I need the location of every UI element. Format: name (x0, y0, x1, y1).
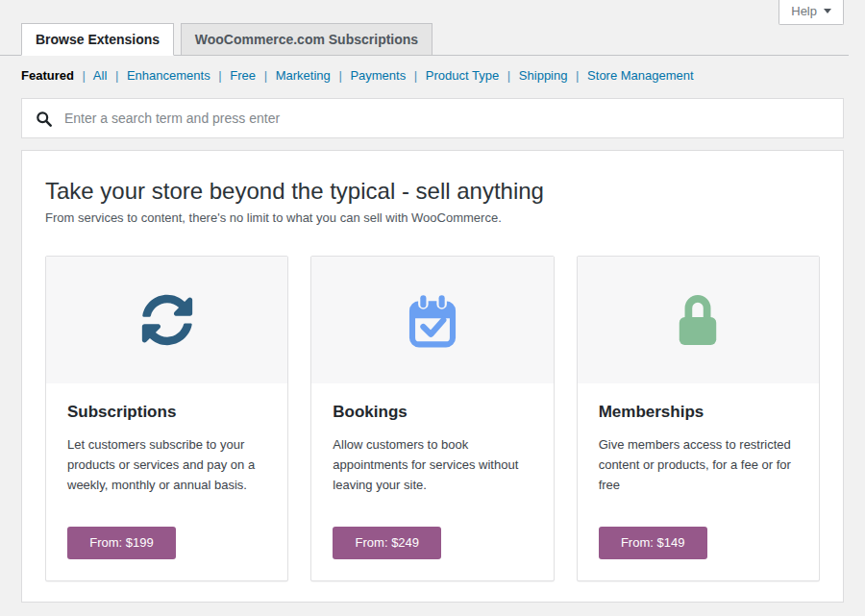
filter-free[interactable]: Free (230, 68, 256, 83)
price-button[interactable]: From: $149 (599, 527, 707, 559)
help-button-label: Help (791, 4, 817, 18)
filter-separator: | (264, 68, 267, 83)
card-body: Subscriptions Let customers subscribe to… (46, 383, 287, 580)
filter-separator: | (576, 68, 579, 83)
tab-woocommerce-subscriptions[interactable]: WooCommerce.com Subscriptions (181, 23, 432, 55)
category-filter-bar: Featured | All | Enhancements | Free | M… (21, 68, 844, 83)
product-description: Give members access to restricted conten… (599, 434, 798, 495)
hero-subtitle: From services to content, there's no lim… (45, 209, 820, 227)
product-title: Bookings (333, 403, 531, 422)
product-title: Subscriptions (67, 403, 266, 422)
product-title: Memberships (599, 403, 798, 422)
product-cards: Subscriptions Let customers subscribe to… (45, 256, 820, 581)
filter-separator: | (507, 68, 510, 83)
filter-separator: | (218, 68, 221, 83)
lock-icon (674, 291, 722, 349)
card-icon-area (578, 257, 819, 383)
product-description: Allow customers to book appointments for… (333, 434, 531, 495)
filter-store-management[interactable]: Store Management (587, 68, 694, 83)
card-icon-area (311, 257, 553, 383)
sync-icon (141, 294, 193, 346)
featured-extensions-panel: Take your store beyond the typical - sel… (21, 150, 844, 603)
product-description: Let customers subscribe to your products… (67, 434, 266, 495)
filter-payments[interactable]: Payments (350, 68, 406, 83)
help-button[interactable]: Help (778, 0, 844, 25)
product-card-subscriptions[interactable]: Subscriptions Let customers subscribe to… (45, 256, 288, 581)
tab-browse-extensions[interactable]: Browse Extensions (21, 23, 174, 56)
filter-separator: | (83, 68, 86, 83)
filter-all[interactable]: All (93, 68, 107, 83)
caret-down-icon (824, 9, 831, 13)
filter-marketing[interactable]: Marketing (276, 68, 331, 83)
search-icon (36, 111, 52, 127)
tab-bar: Browse Extensions WooCommerce.com Subscr… (0, 23, 849, 56)
search-input[interactable] (62, 110, 829, 127)
filter-shipping[interactable]: Shipping (519, 68, 568, 83)
filter-separator: | (338, 68, 341, 83)
price-button[interactable]: From: $199 (67, 527, 176, 559)
filter-featured[interactable]: Featured (21, 68, 74, 83)
calendar-check-icon (406, 292, 459, 348)
card-icon-area (46, 257, 287, 383)
card-body: Memberships Give members access to restr… (578, 383, 819, 580)
hero-title: Take your store beyond the typical - sel… (45, 178, 820, 205)
filter-separator: | (115, 68, 118, 83)
price-button[interactable]: From: $249 (333, 527, 441, 559)
card-body: Bookings Allow customers to book appoint… (311, 383, 553, 580)
product-card-bookings[interactable]: Bookings Allow customers to book appoint… (310, 256, 554, 581)
product-card-memberships[interactable]: Memberships Give members access to restr… (577, 256, 820, 581)
filter-enhancements[interactable]: Enhancements (127, 68, 210, 83)
filter-separator: | (414, 68, 417, 83)
search-bar (21, 98, 844, 138)
filter-product-type[interactable]: Product Type (426, 68, 499, 83)
